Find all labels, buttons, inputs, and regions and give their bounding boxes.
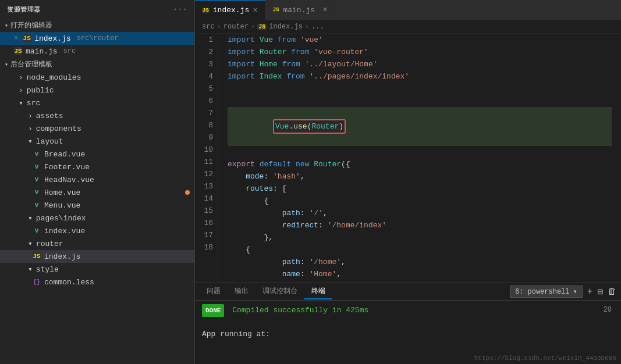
folder-public[interactable]: › public	[0, 84, 194, 97]
folder-src[interactable]: ▾ src	[0, 97, 194, 109]
file-index-vue[interactable]: V index.vue	[0, 224, 194, 237]
panel-controls: 6: powershell ▾ + ⊟ 🗑	[510, 286, 616, 298]
shell-selector[interactable]: 6: powershell ▾	[510, 286, 583, 298]
line-count: 20	[604, 304, 616, 316]
tab-index-js[interactable]: JS index.js ×	[195, 0, 265, 20]
done-badge: DONE	[202, 304, 224, 317]
folder-name: pages\index	[36, 214, 86, 223]
folder-arrow: ›	[28, 124, 33, 133]
tab-label: main.js	[283, 6, 315, 15]
code-line-6	[228, 95, 612, 107]
folder-name: components	[36, 124, 81, 133]
folder-components[interactable]: › components	[0, 122, 194, 135]
tab-output[interactable]: 输出	[228, 284, 256, 299]
project-label: 后台管理模板	[10, 59, 52, 69]
close-icon[interactable]: ×	[14, 34, 18, 42]
folder-name: src	[27, 99, 40, 108]
js-file-icon: JS	[33, 252, 41, 260]
file-home-vue[interactable]: V Home.vue	[0, 186, 194, 199]
open-editor-main-js[interactable]: JS main.js src	[0, 45, 194, 58]
terminal-line-done: DONE Compiled successfully in 425ms 20	[202, 304, 614, 317]
vue-file-icon: V	[33, 201, 41, 209]
code-line-14: redirect: '/home/index'	[228, 219, 612, 231]
terminal-line-app: App running at:	[202, 329, 614, 340]
folder-arrow: ▾	[28, 265, 33, 274]
folder-name: layout	[36, 137, 63, 146]
watermark: https://blog.csdn.net/weixin_44338095	[474, 355, 616, 362]
file-path: src\router	[77, 34, 119, 42]
tab-close-button[interactable]: ×	[253, 6, 257, 15]
line-numbers: 1234 5678 9101112 13141516 1718	[195, 34, 218, 283]
code-line-12: {	[228, 195, 612, 207]
bc-router: router	[223, 23, 249, 31]
folder-arrow: ›	[19, 73, 23, 82]
open-editors-label: 打开的编辑器	[10, 20, 52, 30]
terminal-panel: 问题 输出 调试控制台 终端 6: powershell ▾ + ⊟ 🗑 DON…	[195, 283, 621, 364]
open-editors-arrow: ▾	[5, 22, 8, 29]
file-name: main.js	[26, 47, 58, 56]
code-line-2: import Router from 'vue-router'	[228, 46, 612, 58]
tab-bar: JS index.js × JS main.js ×	[195, 0, 621, 20]
tab-main-js[interactable]: JS main.js ×	[265, 0, 335, 20]
folder-name: public	[27, 86, 54, 95]
js-file-icon: JS	[23, 34, 31, 42]
chevron-down-icon: ▾	[573, 287, 577, 296]
code-line-16: {	[228, 244, 612, 256]
code-editor[interactable]: 1234 5678 9101112 13141516 1718 import V…	[195, 34, 621, 283]
file-headnav-vue[interactable]: V HeadNav.vue	[0, 173, 194, 186]
folder-arrow: ›	[28, 112, 33, 120]
folder-style[interactable]: ▾ style	[0, 263, 194, 276]
bc-filename: index.js	[269, 23, 303, 31]
tab-spacer	[335, 0, 621, 20]
vue-file-icon: V	[33, 163, 41, 171]
folder-name: assets	[36, 112, 63, 120]
file-name: Menu.vue	[44, 201, 80, 210]
project-section[interactable]: ▾ 后台管理模板	[0, 58, 194, 71]
folder-name: router	[36, 240, 63, 248]
less-file-icon: {}	[33, 278, 41, 286]
file-footer-vue[interactable]: V Footer.vue	[0, 160, 194, 173]
delete-terminal-icon[interactable]: 🗑	[608, 287, 616, 297]
sidebar: 资源管理器 ··· ▾ 打开的编辑器 × JS index.js src\rou…	[0, 0, 195, 364]
bc-js-icon: JS	[257, 24, 267, 30]
sidebar-header: 资源管理器 ···	[0, 0, 194, 19]
code-line-4: import Index from '../pages/index/index'	[228, 70, 612, 83]
folder-layout[interactable]: ▾ layout	[0, 135, 194, 148]
tab-label: index.js	[213, 6, 249, 15]
tab-js-icon: JS	[202, 8, 210, 13]
add-terminal-icon[interactable]: +	[587, 287, 593, 297]
folder-assets[interactable]: › assets	[0, 109, 194, 122]
tab-problems[interactable]: 问题	[200, 284, 228, 299]
folder-node-modules[interactable]: › node_modules	[0, 71, 194, 84]
tab-debug-console[interactable]: 调试控制台	[256, 284, 304, 299]
code-line-5	[228, 83, 612, 95]
code-line-8	[228, 146, 612, 158]
open-editor-index-js[interactable]: × JS index.js src\router	[0, 32, 194, 45]
vue-file-icon: V	[33, 176, 41, 184]
code-line-9: export default new Router({	[228, 158, 612, 170]
file-menu-vue[interactable]: V Menu.vue	[0, 199, 194, 212]
file-common-less[interactable]: {} common.less	[0, 276, 194, 288]
more-icon[interactable]: ···	[173, 5, 187, 14]
file-router-index-js[interactable]: JS index.js	[0, 250, 194, 263]
code-line-10: mode: 'hash',	[228, 170, 612, 183]
split-terminal-icon[interactable]: ⊟	[597, 286, 603, 298]
open-editors-section[interactable]: ▾ 打开的编辑器	[0, 19, 194, 32]
code-line-1: import Vue from 'vue'	[228, 34, 612, 46]
tab-terminal[interactable]: 终端	[304, 284, 332, 299]
file-name: index.js	[44, 252, 80, 261]
vue-file-icon: V	[33, 150, 41, 158]
modified-indicator	[185, 190, 190, 195]
file-path: src	[63, 47, 76, 55]
bc-sep1: ›	[217, 23, 221, 31]
shell-label: 6: powershell	[515, 288, 570, 296]
tab-close-button[interactable]: ×	[322, 5, 327, 15]
vue-file-icon: V	[33, 227, 41, 235]
file-bread-vue[interactable]: V Bread.vue	[0, 148, 194, 160]
folder-router[interactable]: ▾ router	[0, 237, 194, 250]
project-arrow: ▾	[5, 61, 8, 68]
folder-pages-index[interactable]: ▾ pages\index	[0, 212, 194, 224]
main-area: JS index.js × JS main.js × src › router …	[195, 0, 621, 364]
code-line-13: path: '/',	[228, 207, 612, 219]
folder-name: style	[36, 265, 59, 274]
